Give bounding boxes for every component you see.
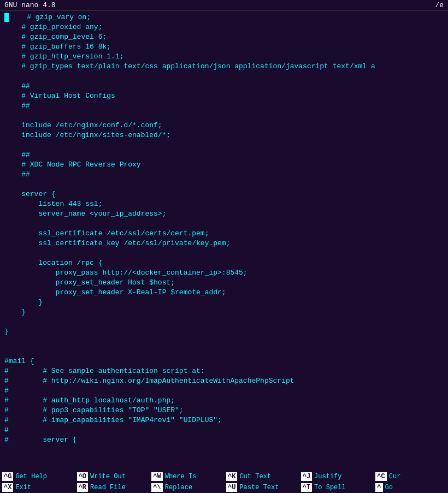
line-content: include /etc/nginx/sites-enabled/*; — [4, 131, 170, 139]
editor-line — [0, 72, 448, 82]
shortcut-key: ^U — [226, 483, 237, 492]
editor-line — [0, 219, 448, 229]
shortcut-key: ^O — [77, 472, 88, 481]
line-content: } — [4, 298, 43, 306]
shortcut-label: Write Out — [90, 473, 126, 480]
line-content: location /rpc { — [4, 259, 102, 267]
line-content: ssl_certificate_key /etc/ssl/private/key… — [4, 239, 230, 247]
line-content: # gzip_comp_level 6; — [4, 33, 107, 41]
line-content: # server { — [4, 436, 77, 444]
editor-line: # server { — [0, 436, 448, 446]
shortcut-label: Read File — [90, 484, 126, 491]
shortcut-key: ^C — [375, 472, 386, 481]
line-content: #mail { — [4, 357, 34, 365]
shortcut-label: Justify — [314, 473, 341, 480]
shortcut-key: ^X — [2, 483, 13, 492]
editor-line: # gzip_types text/plain text/css applica… — [0, 62, 448, 72]
editor-line — [0, 347, 448, 357]
line-content: proxy_pass http://<docker_container_ip>:… — [4, 269, 247, 277]
line-content: ## — [4, 102, 30, 110]
line-content: # — [4, 426, 9, 434]
shortcut-label: Cur — [389, 473, 401, 480]
shortcut-pair[interactable]: ^UPaste Text — [224, 482, 299, 493]
shortcut-label: Where Is — [165, 473, 197, 480]
editor-line: # # http://wiki.nginx.org/ImapAuthentica… — [0, 377, 448, 387]
line-content: # gzip_http_version 1.1; — [4, 52, 123, 61]
editor-line: } — [0, 308, 448, 318]
shortcut-label: Exit — [15, 484, 31, 491]
shortcut-key: ^G — [2, 472, 13, 481]
editor-line: server { — [0, 190, 448, 200]
editor-line: # # auth_http localhost/auth.php; — [0, 396, 448, 406]
line-content: ## — [4, 170, 30, 179]
editor-line: #mail { — [0, 357, 448, 367]
line-content: listen 443 ssl; — [4, 200, 102, 208]
editor-line: proxy_pass http://<docker_container_ip>:… — [0, 269, 448, 278]
shortcut-label: To Spell — [314, 484, 346, 491]
shortcut-pair[interactable]: ^\Replace — [149, 482, 224, 493]
editor-line — [0, 141, 448, 151]
line-content: } — [4, 328, 9, 336]
editor-line: # — [0, 426, 448, 436]
editor-line — [0, 337, 448, 347]
shortcut-pair[interactable]: ^WWhere Is — [149, 471, 224, 482]
editor-line: # gzip_http_version 1.1; — [0, 52, 448, 62]
line-content: # # See sample authentication script at: — [4, 367, 205, 375]
editor-line: proxy_set_header Host $host; — [0, 278, 448, 288]
editor-line: # gzip_buffers 16 8k; — [0, 43, 448, 52]
editor-line: location /rpc { — [0, 259, 448, 269]
cursor — [4, 13, 9, 22]
shortcut-label: Paste Text — [239, 484, 279, 491]
line-content: # # http://wiki.nginx.org/ImapAuthentica… — [4, 377, 294, 385]
shortcut-pair[interactable]: ^TTo Spell — [299, 482, 374, 493]
shortcut-pair[interactable]: ^XExit — [0, 482, 75, 493]
editor-line — [0, 249, 448, 259]
line-content: # # pop3_capabilities "TOP" "USER"; — [4, 406, 184, 414]
editor-line — [0, 180, 448, 190]
shortcut-key: ^W — [151, 472, 162, 481]
editor-line: # # imap_capabilities "IMAP4rev1" "UIDPL… — [0, 416, 448, 426]
shortcut-pair[interactable]: ^OWrite Out — [75, 471, 150, 482]
title-bar: GNU nano 4.8 /e — [0, 0, 448, 11]
shortcut-pair[interactable]: ^RRead File — [75, 482, 150, 493]
shortcut-pair[interactable]: ^GGet Help — [0, 471, 75, 482]
editor-line: # XDC Node RPC Reverse Proxy — [0, 161, 448, 170]
line-content: # — [4, 387, 9, 395]
line-content: proxy_set_header X-Real-IP $remote_addr; — [4, 288, 226, 296]
file-path: /e — [435, 1, 444, 9]
shortcut-row-2: ^XExit^RRead File^\Replace^UPaste Text^T… — [0, 482, 448, 493]
line-content: # Virtual Host Configs — [4, 92, 115, 100]
line-content: # # auth_http localhost/auth.php; — [4, 396, 175, 405]
line-content: ## — [4, 82, 30, 90]
editor-line: # gzip_vary on; — [0, 13, 448, 23]
editor-line — [0, 318, 448, 328]
line-content: include /etc/nginx/conf.d/*.conf; — [4, 121, 162, 129]
editor-line: # # pop3_capabilities "TOP" "USER"; — [0, 406, 448, 416]
shortcut-key: ^J — [301, 472, 312, 481]
line-content: # gzip_vary on; — [10, 13, 91, 21]
shortcut-row-1: ^GGet Help^OWrite Out^WWhere Is^KCut Tex… — [0, 471, 448, 482]
shortcut-pair[interactable]: ^JJustify — [299, 471, 374, 482]
editor-line: # # See sample authentication script at: — [0, 367, 448, 377]
line-content: } — [4, 308, 26, 316]
shortcut-pair[interactable]: ^Go — [373, 482, 448, 493]
shortcut-key: ^K — [226, 472, 237, 481]
editor-line: # Virtual Host Configs — [0, 92, 448, 102]
app-title: GNU nano 4.8 — [4, 1, 56, 9]
line-content: # gzip_types text/plain text/css applica… — [4, 62, 375, 70]
editor-line: server_name <your_ip_address>; — [0, 210, 448, 219]
editor-line — [0, 111, 448, 121]
shortcut-key: ^R — [77, 483, 88, 492]
line-content: server { — [4, 190, 56, 198]
line-content: # # imap_capabilities "IMAP4rev1" "UIDPL… — [4, 416, 222, 424]
editor-line: include /etc/nginx/sites-enabled/*; — [0, 131, 448, 141]
shortcut-key: ^ — [375, 483, 382, 492]
editor-line: ## — [0, 102, 448, 111]
line-content: # gzip_proxied any; — [4, 23, 102, 31]
shortcut-pair[interactable]: ^CCur — [373, 471, 448, 482]
editor-line: } — [0, 298, 448, 308]
line-content: ssl_certificate /etc/ssl/certs/cert.pem; — [4, 229, 209, 237]
line-content: server_name <your_ip_address>; — [4, 210, 166, 218]
editor-area[interactable]: # gzip_vary on; # gzip_proxied any; # gz… — [0, 11, 448, 471]
shortcut-pair[interactable]: ^KCut Text — [224, 471, 299, 482]
